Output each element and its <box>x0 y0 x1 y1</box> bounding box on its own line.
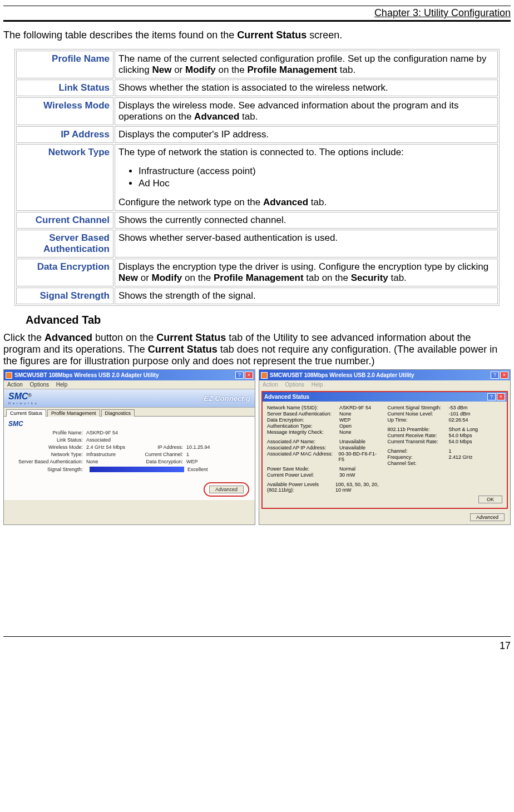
menu-options[interactable]: Options <box>30 382 49 388</box>
help-button[interactable]: ? <box>487 393 496 400</box>
figure-row: SMCWUSBT 108Mbps Wireless USB 2.0 Adapte… <box>3 369 511 525</box>
label: Channel Set: <box>388 461 449 466</box>
menu-action[interactable]: Action <box>7 382 23 388</box>
row-label: Wireless Mode <box>16 97 113 125</box>
bold-text: Modify <box>185 65 216 75</box>
label: Signal Strength: <box>8 467 86 472</box>
label: Current Power Level: <box>267 472 339 478</box>
label: Current Receive Rate: <box>388 433 449 438</box>
value: 10.1.25.94 <box>186 444 210 450</box>
titlebar-text: SMCWUSBT 108Mbps Wireless USB 2.0 Adapte… <box>14 372 235 378</box>
titlebar-buttons: ? × <box>491 372 508 379</box>
signal-bar <box>90 467 184 472</box>
dialog-body: Network Name (SSID):ASKRD-9F 54 Server B… <box>263 402 507 508</box>
help-button[interactable]: ? <box>491 372 499 379</box>
tabs-row: Current Status Profile Management Diagno… <box>4 409 255 417</box>
label: Frequency: <box>388 454 449 460</box>
value: 30 mW <box>339 472 355 478</box>
dialog-title-buttons: ? × <box>487 393 505 400</box>
value: None <box>86 459 142 464</box>
value: Infrastructure <box>86 452 142 457</box>
label: 802.11b Preamble: <box>388 427 449 432</box>
label: Profile Name: <box>8 430 86 435</box>
table-row: Server Based Authentication Shows whethe… <box>16 230 498 258</box>
dialog-col-right: Current Signal Strength:-53 dBm Current … <box>388 405 503 493</box>
intro-text: The following table describes the items … <box>3 29 237 41</box>
intro-bold: Current Status <box>237 29 307 41</box>
app-icon <box>261 372 268 379</box>
page-footer: 17 <box>3 636 511 652</box>
table-row: Link Status Shows whether the station is… <box>16 80 498 96</box>
label: Current Transmit Rate: <box>388 439 449 444</box>
bold-text: Current Status <box>156 332 226 343</box>
close-button[interactable]: × <box>500 372 508 379</box>
label: Data Encryption: <box>142 459 186 464</box>
row-label: Link Status <box>16 80 113 96</box>
app-icon <box>6 372 12 379</box>
intro-suffix: screen. <box>307 29 342 41</box>
ok-button[interactable]: OK <box>478 496 502 503</box>
panel-body: SMC Profile Name:ASKRD-9F 54 Link Status… <box>4 417 255 500</box>
value: WEP <box>339 417 351 423</box>
menu-help[interactable]: Help <box>56 382 68 388</box>
row-label: Data Encryption <box>16 259 113 286</box>
banner: SMC® N e t w o r k s EZ Connect g <box>4 389 255 408</box>
tab-profile-management[interactable]: Profile Management <box>47 409 100 417</box>
row-label: IP Address <box>16 126 113 143</box>
text: tab. <box>337 65 355 75</box>
bold-text: Advanced <box>45 332 92 343</box>
value: 100, 63, 50, 30, 20, 10 mW <box>335 482 382 493</box>
value: ASKRD-9F 54 <box>339 405 371 410</box>
dialog-col-left: Network Name (SSID):ASKRD-9F 54 Server B… <box>267 405 382 493</box>
list-item: Infrastructure (access point) <box>139 166 494 177</box>
text: or <box>138 273 152 283</box>
tab-diagnostics[interactable]: Diagnostics <box>101 409 135 417</box>
table-row: Network Type The type of network the sta… <box>16 144 498 211</box>
bold-text: New <box>118 273 138 283</box>
table-row: IP Address Displays the computer's IP ad… <box>16 126 498 143</box>
list-item: Ad Hoc <box>139 178 494 189</box>
logo-subtext: N e t w o r k s <box>8 402 37 405</box>
value: 54.0 Mbps <box>449 433 472 438</box>
help-button[interactable]: ? <box>235 372 244 379</box>
dialog-titlebar: Advanced Status ? × <box>263 392 507 402</box>
titlebar: SMCWUSBT 108Mbps Wireless USB 2.0 Adapte… <box>259 370 510 380</box>
table-row: Current Channel Shows the currently conn… <box>16 212 498 229</box>
value: Excellent <box>187 467 208 472</box>
chapter-header: Chapter 3: Utility Configuration <box>3 6 511 22</box>
row-desc: Displays the computer's IP address. <box>115 126 498 143</box>
row-label: Server Based Authentication <box>16 230 113 258</box>
row-label: Profile Name <box>16 51 113 78</box>
value: ASKRD-9F 54 <box>86 430 142 435</box>
titlebar: SMCWUSBT 108Mbps Wireless USB 2.0 Adapte… <box>4 370 255 380</box>
close-button[interactable]: × <box>245 372 253 379</box>
advanced-button[interactable]: Advanced <box>209 486 244 493</box>
mini-logo: SMC <box>8 420 250 428</box>
tab-current-status[interactable]: Current Status <box>6 409 46 417</box>
label: Current Channel: <box>142 452 186 457</box>
logo: SMC <box>8 392 28 401</box>
text: tab. <box>388 273 407 283</box>
label: Current Signal Strength: <box>388 405 449 410</box>
status-description-table: Profile Name The name of the current sel… <box>14 49 500 306</box>
text: on the <box>182 273 214 283</box>
ez-connect-label: EZ Connect g <box>204 394 250 403</box>
section-intro: Click the Advanced button on the Current… <box>3 332 511 367</box>
options-list: Infrastructure (access point) Ad Hoc <box>128 166 494 189</box>
table-row: Signal Strength Shows the strength of th… <box>16 288 498 304</box>
value: None <box>339 411 352 417</box>
label: Associated AP MAC Address: <box>267 451 338 462</box>
label: Channel: <box>388 448 449 454</box>
row-desc: Shows whether server-based authenticatio… <box>115 230 498 258</box>
close-button[interactable]: × <box>497 393 505 400</box>
value: None <box>339 429 352 435</box>
label: Associated AP IP Address: <box>267 445 339 450</box>
row-desc: Displays the encryption type the driver … <box>115 259 498 286</box>
label: Wireless Mode: <box>8 444 86 450</box>
menu-action: Action <box>263 382 278 388</box>
value: 02:26:54 <box>449 417 468 423</box>
value: 2.4 GHz 54 Mbps <box>86 444 142 450</box>
advanced-button[interactable]: Advanced <box>470 513 505 521</box>
value: Open <box>339 423 352 429</box>
text: The type of network the station is conne… <box>118 147 404 157</box>
